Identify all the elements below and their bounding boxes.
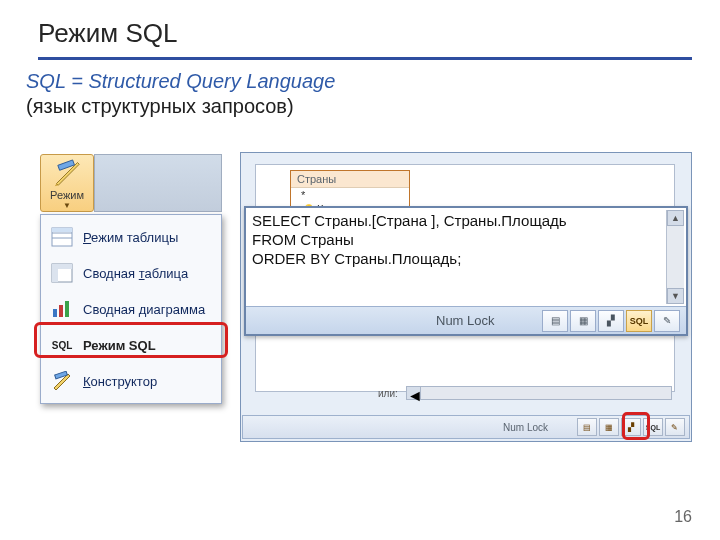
sql-status-bar: Num Lock ▤ ▦ ▞ SQL ✎: [246, 306, 686, 334]
sql-text-area[interactable]: SELECT Страны.[Страна ], Страны.Площадь …: [252, 212, 664, 304]
grid-or-label: или:: [378, 388, 398, 399]
mode-button-label: Режим: [50, 189, 84, 201]
highlight-sql-dropdown: [34, 322, 228, 358]
view-chart-icon[interactable]: ▞: [598, 310, 624, 332]
page-number: 16: [674, 508, 692, 526]
view-pivot-icon[interactable]: ▦: [570, 310, 596, 332]
svg-rect-10: [53, 309, 57, 317]
dropdown-item-design[interactable]: Конструктор: [41, 363, 221, 399]
highlight-sql-small: [622, 412, 650, 440]
dropdown-item-label: Сводная диаграмма: [83, 302, 205, 317]
dropdown-item-datasheet[interactable]: Режим таблицы: [41, 219, 221, 255]
design-icon: [49, 370, 75, 392]
dropdown-item-label: Сводная таблица: [83, 266, 188, 281]
sql-line: SELECT Страны.[Страна ], Страны.Площадь: [252, 212, 567, 229]
svg-rect-11: [59, 305, 63, 317]
view-datasheet-icon[interactable]: ▤: [542, 310, 568, 332]
dropdown-item-pivot-table[interactable]: Сводная таблица: [41, 255, 221, 291]
sql-line: ORDER BY Страны.Площадь;: [252, 250, 461, 267]
view-pivot-icon[interactable]: ▦: [599, 418, 619, 436]
horizontal-scrollbar[interactable]: ◄: [406, 386, 672, 400]
dropdown-item-label: Режим таблицы: [83, 230, 178, 245]
numlock-indicator: Num Lock: [436, 313, 495, 328]
chevron-down-icon: ▼: [63, 201, 71, 210]
sql-line: FROM Страны: [252, 231, 354, 248]
scroll-track[interactable]: [421, 387, 671, 399]
scroll-down-icon[interactable]: ▼: [667, 288, 684, 304]
mode-ribbon-button[interactable]: Режим ▼: [40, 154, 94, 212]
design-ruler-icon: [52, 159, 82, 187]
table-row: *: [291, 188, 409, 202]
svg-rect-12: [65, 301, 69, 317]
vertical-scrollbar[interactable]: ▲ ▼: [666, 210, 684, 304]
dropdown-item-label: Конструктор: [83, 374, 157, 389]
table-header: Страны: [291, 171, 409, 188]
numlock-indicator: Num Lock: [503, 422, 548, 433]
ribbon-background: [94, 154, 222, 212]
view-datasheet-icon[interactable]: ▤: [577, 418, 597, 436]
slide-title: Режим SQL: [38, 18, 692, 60]
scroll-left-icon[interactable]: ◄: [407, 387, 421, 399]
table-icon: [49, 226, 75, 248]
pivot-table-icon: [49, 262, 75, 284]
subtitle-sub: (язык структурных запросов): [26, 95, 720, 118]
pivot-chart-icon: [49, 298, 75, 320]
view-mode-dropdown: Режим таблицы Сводная таблица Сводная ди…: [40, 214, 222, 404]
view-design-icon[interactable]: ✎: [654, 310, 680, 332]
scroll-up-icon[interactable]: ▲: [667, 210, 684, 226]
view-buttons: ▤ ▦ ▞ SQL ✎: [540, 310, 680, 332]
sql-editor-window: SELECT Страны.[Страна ], Страны.Площадь …: [244, 206, 688, 336]
svg-rect-6: [52, 228, 72, 232]
subtitle-main: SQL = Structured Query Language: [26, 70, 720, 93]
svg-rect-9: [52, 264, 72, 269]
view-sql-button[interactable]: SQL: [626, 310, 652, 332]
view-design-icon[interactable]: ✎: [665, 418, 685, 436]
